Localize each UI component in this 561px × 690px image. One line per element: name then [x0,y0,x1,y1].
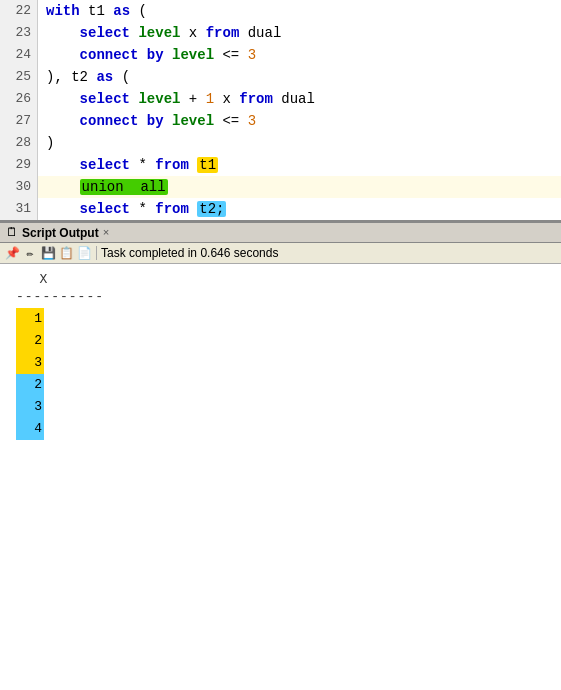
code-line-31: 31 select * from t2; [0,198,561,220]
code-line-28: 28) [0,132,561,154]
toolbar-separator [96,246,97,260]
code-line-26: 26 select level + 1 x from dual [0,88,561,110]
token-kw-green: level [138,91,180,107]
line-number: 26 [0,88,38,110]
token-kw-blue: by [147,113,164,129]
output-cell: 1 [16,308,44,330]
highlight-green: union all [80,179,168,195]
task-status-text: Task completed in 0.646 seconds [101,246,278,260]
close-panel-button[interactable]: × [103,227,110,239]
copy-icon[interactable]: 📋 [58,245,74,261]
line-number: 28 [0,132,38,154]
script-output-title: Script Output [22,226,99,240]
token-kw-blue: by [147,47,164,63]
file-icon[interactable]: 📄 [76,245,92,261]
output-cell: 3 [16,396,44,418]
token-kw-blue: select [80,25,130,41]
token-kw-number: 1 [206,91,214,107]
token-kw-blue: from [239,91,273,107]
token-kw-blue: as [96,69,113,85]
token-kw-blue: select [80,201,130,217]
col-header: X [16,272,545,287]
code-line-25: 25), t2 as ( [0,66,561,88]
line-number: 27 [0,110,38,132]
line-number: 22 [0,0,38,22]
table-row: 2 [16,374,545,396]
table-row: 1 [16,308,545,330]
code-line-30: 30 union all [0,176,561,198]
table-row: 3 [16,352,545,374]
line-content: select level + 1 x from dual [38,88,561,110]
table-row: 2 [16,330,545,352]
token-kw-blue: select [80,91,130,107]
pin-icon[interactable]: 📌 [4,245,20,261]
output-separator: ---------- [16,289,545,304]
output-cell: 2 [16,330,44,352]
line-number: 29 [0,154,38,176]
output-area: X ---------- 123234 [0,264,561,448]
token-kw-green: level [172,47,214,63]
save-icon[interactable]: 💾 [40,245,56,261]
token-kw-blue: from [155,157,189,173]
token-kw-number: 3 [248,47,256,63]
token-kw-blue: connect [80,47,139,63]
line-number: 24 [0,44,38,66]
output-cell: 2 [16,374,44,396]
line-content: connect by level <= 3 [38,110,561,132]
line-number: 23 [0,22,38,44]
token-kw-blue: as [113,3,130,19]
token-kw-blue: from [206,25,240,41]
line-number: 31 [0,198,38,220]
line-content: ) [38,132,561,154]
token-kw-green: level [138,25,180,41]
edit-icon[interactable]: ✏️ [22,245,38,261]
line-content: union all [38,176,561,198]
line-content: select * from t1 [38,154,561,176]
output-cell: 3 [16,352,44,374]
highlight-yellow: t1 [197,157,218,173]
output-cell: 4 [16,418,44,440]
token-kw-blue: select [80,157,130,173]
output-rows: 123234 [16,308,545,440]
code-line-23: 23 select level x from dual [0,22,561,44]
line-content: connect by level <= 3 [38,44,561,66]
toolbar-strip: 📌 ✏️ 💾 📋 📄 Task completed in 0.646 secon… [0,243,561,264]
code-line-29: 29 select * from t1 [0,154,561,176]
code-line-27: 27 connect by level <= 3 [0,110,561,132]
code-editor: 22with t1 as (23 select level x from dua… [0,0,561,222]
code-line-22: 22with t1 as ( [0,0,561,22]
line-number: 30 [0,176,38,198]
line-content: ), t2 as ( [38,66,561,88]
line-content: select level x from dual [38,22,561,44]
line-content: select * from t2; [38,198,561,220]
line-content: with t1 as ( [38,0,561,22]
token-kw-blue: connect [80,113,139,129]
token-kw-number: 3 [248,113,256,129]
token-kw-blue: with [46,3,88,19]
script-output-panel-header: 🗒 Script Output × [0,222,561,243]
token-kw-blue: from [155,201,189,217]
table-row: 4 [16,418,545,440]
token-kw-green: level [172,113,214,129]
panel-icon: 🗒 [6,225,18,240]
table-row: 3 [16,396,545,418]
line-number: 25 [0,66,38,88]
highlight-cyan: t2; [197,201,226,217]
code-line-24: 24 connect by level <= 3 [0,44,561,66]
